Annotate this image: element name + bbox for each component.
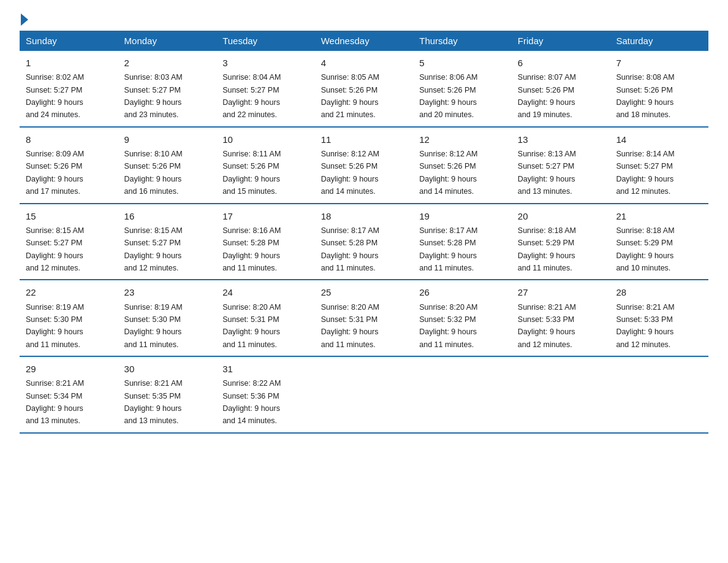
logo <box>20 15 28 26</box>
day-number: 15 <box>26 209 112 223</box>
day-number: 30 <box>124 362 211 376</box>
day-number: 1 <box>26 56 112 70</box>
day-number: 9 <box>124 132 211 147</box>
day-number: 4 <box>321 56 408 70</box>
day-number: 11 <box>321 132 408 147</box>
day-info: Sunrise: 8:18 AMSunset: 5:29 PMDaylight:… <box>518 226 576 272</box>
day-number: 13 <box>518 132 604 147</box>
day-number: 18 <box>321 209 408 223</box>
day-info: Sunrise: 8:03 AMSunset: 5:27 PMDaylight:… <box>124 73 183 119</box>
day-number: 10 <box>222 132 309 147</box>
day-info: Sunrise: 8:21 AMSunset: 5:35 PMDaylight:… <box>124 379 183 425</box>
calendar-cell: 2Sunrise: 8:03 AMSunset: 5:27 PMDaylight… <box>118 51 217 127</box>
calendar-cell: 25Sunrise: 8:20 AMSunset: 5:31 PMDayligh… <box>315 280 414 356</box>
calendar-cell: 17Sunrise: 8:16 AMSunset: 5:28 PMDayligh… <box>216 204 315 280</box>
day-number: 16 <box>124 209 211 223</box>
day-number: 17 <box>222 209 309 223</box>
day-info: Sunrise: 8:15 AMSunset: 5:27 PMDaylight:… <box>124 226 183 272</box>
weekday-header-friday: Friday <box>512 31 610 51</box>
calendar-cell: 21Sunrise: 8:18 AMSunset: 5:29 PMDayligh… <box>610 204 708 280</box>
calendar-cell: 8Sunrise: 8:09 AMSunset: 5:26 PMDaylight… <box>20 127 118 204</box>
day-number: 29 <box>26 362 112 376</box>
day-info: Sunrise: 8:17 AMSunset: 5:28 PMDaylight:… <box>419 226 477 272</box>
calendar-cell: 15Sunrise: 8:15 AMSunset: 5:27 PMDayligh… <box>20 204 118 280</box>
day-info: Sunrise: 8:07 AMSunset: 5:26 PMDaylight:… <box>518 73 576 119</box>
weekday-header-saturday: Saturday <box>610 31 708 51</box>
calendar-cell: 12Sunrise: 8:12 AMSunset: 5:26 PMDayligh… <box>413 127 512 204</box>
day-info: Sunrise: 8:21 AMSunset: 5:33 PMDaylight:… <box>518 303 576 349</box>
day-info: Sunrise: 8:19 AMSunset: 5:30 PMDaylight:… <box>124 303 183 349</box>
day-info: Sunrise: 8:17 AMSunset: 5:28 PMDaylight:… <box>321 226 379 272</box>
calendar-cell: 6Sunrise: 8:07 AMSunset: 5:26 PMDaylight… <box>512 51 610 127</box>
calendar-cell: 3Sunrise: 8:04 AMSunset: 5:27 PMDaylight… <box>216 51 315 127</box>
day-number: 22 <box>26 285 112 299</box>
calendar-week-4: 22Sunrise: 8:19 AMSunset: 5:30 PMDayligh… <box>20 280 708 356</box>
day-info: Sunrise: 8:08 AMSunset: 5:26 PMDaylight:… <box>616 73 674 119</box>
day-info: Sunrise: 8:22 AMSunset: 5:36 PMDaylight:… <box>222 379 281 425</box>
calendar-cell: 19Sunrise: 8:17 AMSunset: 5:28 PMDayligh… <box>413 204 512 280</box>
day-number: 12 <box>419 132 506 147</box>
calendar-cell: 7Sunrise: 8:08 AMSunset: 5:26 PMDaylight… <box>610 51 708 127</box>
day-info: Sunrise: 8:12 AMSunset: 5:26 PMDaylight:… <box>321 150 379 196</box>
day-info: Sunrise: 8:19 AMSunset: 5:30 PMDaylight:… <box>26 303 84 349</box>
calendar-cell: 26Sunrise: 8:20 AMSunset: 5:32 PMDayligh… <box>413 280 512 356</box>
day-number: 23 <box>124 285 211 299</box>
day-info: Sunrise: 8:21 AMSunset: 5:34 PMDaylight:… <box>26 379 84 425</box>
day-number: 14 <box>616 132 702 147</box>
weekday-header-sunday: Sunday <box>20 31 118 51</box>
calendar-cell: 5Sunrise: 8:06 AMSunset: 5:26 PMDaylight… <box>413 51 512 127</box>
day-number: 27 <box>518 285 604 299</box>
calendar-cell <box>610 356 708 433</box>
calendar-cell: 22Sunrise: 8:19 AMSunset: 5:30 PMDayligh… <box>20 280 118 356</box>
calendar-cell: 11Sunrise: 8:12 AMSunset: 5:26 PMDayligh… <box>315 127 414 204</box>
day-number: 7 <box>616 56 702 70</box>
day-number: 2 <box>124 56 211 70</box>
calendar-cell: 27Sunrise: 8:21 AMSunset: 5:33 PMDayligh… <box>512 280 610 356</box>
day-info: Sunrise: 8:05 AMSunset: 5:26 PMDaylight:… <box>321 73 379 119</box>
day-info: Sunrise: 8:09 AMSunset: 5:26 PMDaylight:… <box>26 150 84 196</box>
calendar-cell: 13Sunrise: 8:13 AMSunset: 5:27 PMDayligh… <box>512 127 610 204</box>
day-number: 6 <box>518 56 604 70</box>
day-number: 31 <box>222 362 309 376</box>
day-info: Sunrise: 8:12 AMSunset: 5:26 PMDaylight:… <box>419 150 477 196</box>
calendar-cell: 24Sunrise: 8:20 AMSunset: 5:31 PMDayligh… <box>216 280 315 356</box>
day-info: Sunrise: 8:04 AMSunset: 5:27 PMDaylight:… <box>222 73 281 119</box>
calendar-cell: 28Sunrise: 8:21 AMSunset: 5:33 PMDayligh… <box>610 280 708 356</box>
calendar-cell: 30Sunrise: 8:21 AMSunset: 5:35 PMDayligh… <box>118 356 217 433</box>
page-header <box>20 15 708 26</box>
calendar-cell: 31Sunrise: 8:22 AMSunset: 5:36 PMDayligh… <box>216 356 315 433</box>
weekday-header-tuesday: Tuesday <box>216 31 315 51</box>
calendar-week-2: 8Sunrise: 8:09 AMSunset: 5:26 PMDaylight… <box>20 127 708 204</box>
calendar-cell: 10Sunrise: 8:11 AMSunset: 5:26 PMDayligh… <box>216 127 315 204</box>
calendar-cell <box>413 356 512 433</box>
calendar-cell: 1Sunrise: 8:02 AMSunset: 5:27 PMDaylight… <box>20 51 118 127</box>
calendar-cell: 16Sunrise: 8:15 AMSunset: 5:27 PMDayligh… <box>118 204 217 280</box>
calendar-week-1: 1Sunrise: 8:02 AMSunset: 5:27 PMDaylight… <box>20 51 708 127</box>
calendar-table: SundayMondayTuesdayWednesdayThursdayFrid… <box>20 31 708 434</box>
day-info: Sunrise: 8:15 AMSunset: 5:27 PMDaylight:… <box>26 226 84 272</box>
day-number: 26 <box>419 285 506 299</box>
day-number: 5 <box>419 56 506 70</box>
logo-arrow-icon <box>21 13 28 26</box>
day-info: Sunrise: 8:06 AMSunset: 5:26 PMDaylight:… <box>419 73 477 119</box>
calendar-cell: 18Sunrise: 8:17 AMSunset: 5:28 PMDayligh… <box>315 204 414 280</box>
weekday-header-wednesday: Wednesday <box>315 31 414 51</box>
day-info: Sunrise: 8:20 AMSunset: 5:31 PMDaylight:… <box>321 303 379 349</box>
calendar-cell: 23Sunrise: 8:19 AMSunset: 5:30 PMDayligh… <box>118 280 217 356</box>
calendar-header-row: SundayMondayTuesdayWednesdayThursdayFrid… <box>20 31 708 51</box>
day-info: Sunrise: 8:21 AMSunset: 5:33 PMDaylight:… <box>616 303 674 349</box>
calendar-cell: 14Sunrise: 8:14 AMSunset: 5:27 PMDayligh… <box>610 127 708 204</box>
day-info: Sunrise: 8:14 AMSunset: 5:27 PMDaylight:… <box>616 150 674 196</box>
day-number: 3 <box>222 56 309 70</box>
day-number: 19 <box>419 209 506 223</box>
day-number: 25 <box>321 285 408 299</box>
calendar-cell <box>512 356 610 433</box>
day-info: Sunrise: 8:20 AMSunset: 5:31 PMDaylight:… <box>222 303 281 349</box>
day-info: Sunrise: 8:16 AMSunset: 5:28 PMDaylight:… <box>222 226 281 272</box>
day-info: Sunrise: 8:20 AMSunset: 5:32 PMDaylight:… <box>419 303 477 349</box>
weekday-header-thursday: Thursday <box>413 31 512 51</box>
day-number: 20 <box>518 209 604 223</box>
day-info: Sunrise: 8:10 AMSunset: 5:26 PMDaylight:… <box>124 150 183 196</box>
calendar-cell: 20Sunrise: 8:18 AMSunset: 5:29 PMDayligh… <box>512 204 610 280</box>
calendar-cell <box>315 356 414 433</box>
